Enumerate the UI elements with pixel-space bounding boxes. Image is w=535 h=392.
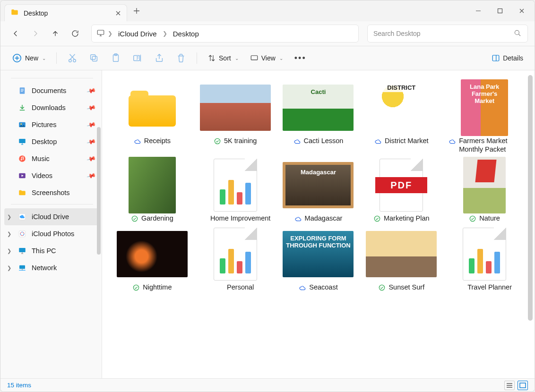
status-bar: 15 items: [0, 378, 535, 392]
titlebar: Desktop: [0, 0, 535, 21]
sidebar-item-this-pc[interactable]: ❯This PC: [4, 242, 100, 259]
file-item[interactable]: MadagascarMadagascar: [283, 159, 354, 222]
content-scrollbar[interactable]: [528, 75, 533, 321]
tab-title: Desktop: [24, 9, 48, 17]
file-item[interactable]: Travel Planner: [449, 228, 520, 291]
doc-icon: [17, 86, 27, 95]
file-item[interactable]: Nighttime: [116, 228, 188, 291]
sidebar-item-desktop[interactable]: Desktop📌: [4, 133, 100, 150]
sidebar-scrollbar[interactable]: [97, 127, 101, 255]
more-button[interactable]: •••: [290, 50, 311, 67]
file-item[interactable]: Gardening: [116, 159, 188, 222]
sidebar-item-videos[interactable]: Videos📌: [4, 167, 100, 184]
sidebar-item-pictures[interactable]: Pictures📌: [4, 116, 100, 133]
maximize-button[interactable]: [489, 0, 511, 21]
back-button[interactable]: [7, 25, 24, 42]
file-label: Nighttime: [143, 283, 172, 291]
search-input[interactable]: Search Desktop: [367, 25, 528, 43]
pc-icon: [17, 246, 27, 256]
details-button[interactable]: Details: [487, 50, 528, 67]
sidebar-item-screenshots[interactable]: Screenshots: [4, 184, 100, 201]
file-item[interactable]: Nature: [449, 159, 520, 222]
cloud-status-icon: [299, 284, 306, 291]
chevron-right-icon[interactable]: ❯: [7, 214, 11, 220]
sidebar-item-icloud-drive[interactable]: ❯iCloud Drive: [4, 208, 100, 225]
sidebar-item-label: Desktop: [32, 138, 57, 145]
svg-rect-0: [498, 9, 502, 13]
file-item[interactable]: PDFMarketing Plan: [365, 159, 437, 222]
thumbnail: EXPLORING FORM THROUGH FUNCTION: [283, 231, 354, 277]
folder-icon: [10, 8, 19, 18]
chevron-right-icon[interactable]: ❯: [7, 265, 11, 271]
pdf-icon: PDF: [380, 159, 423, 212]
breadcrumb-item[interactable]: Desktop: [170, 29, 202, 39]
svg-rect-16: [19, 139, 26, 143]
file-item[interactable]: Receipts: [116, 82, 188, 153]
file-item[interactable]: CactiCacti Lesson: [283, 82, 354, 153]
chevron-right-icon: ❯: [163, 30, 167, 37]
view-button[interactable]: View ⌄: [245, 50, 288, 67]
forward-button[interactable]: [27, 25, 44, 42]
file-item[interactable]: DISTRICTDistrict Market: [365, 82, 437, 153]
synced-status-icon: [131, 215, 138, 222]
svg-rect-13: [20, 87, 25, 94]
file-item[interactable]: EXPLORING FORM THROUGH FUNCTIONSeacoast: [283, 228, 354, 291]
synced-status-icon: [469, 215, 476, 222]
chevron-right-icon[interactable]: ❯: [7, 231, 11, 237]
breadcrumb-item[interactable]: iCloud Drive: [115, 29, 160, 39]
tab-desktop[interactable]: Desktop: [4, 4, 127, 21]
content-area[interactable]: Receipts5K trainingCactiCacti LessonDIST…: [102, 70, 535, 378]
chevron-right-icon[interactable]: ❯: [7, 248, 11, 254]
close-window-button[interactable]: [511, 0, 533, 21]
delete-button[interactable]: [171, 50, 191, 67]
divider: [11, 78, 93, 78]
file-item[interactable]: Sunset Surf: [365, 228, 437, 291]
thumbnail: [366, 231, 437, 277]
file-item[interactable]: 5K training: [199, 82, 271, 153]
share-button[interactable]: [149, 50, 169, 67]
svg-point-32: [380, 285, 385, 290]
paste-button[interactable]: [106, 50, 126, 67]
details-view-button[interactable]: [504, 381, 515, 390]
sidebar-item-documents[interactable]: Documents📌: [4, 82, 100, 99]
file-item[interactable]: Home Improvement: [199, 159, 271, 222]
refresh-button[interactable]: [67, 25, 84, 42]
sidebar-item-icloud-photos[interactable]: ❯iCloud Photos: [4, 225, 100, 242]
large-icons-view-button[interactable]: [518, 381, 528, 390]
file-label: Travel Planner: [467, 283, 512, 291]
svg-point-29: [374, 216, 380, 222]
desktop-icon: [17, 137, 27, 146]
body: Documents📌Downloads📌Pictures📌Desktop📌Mus…: [0, 70, 535, 378]
folder-icon: [129, 89, 176, 127]
new-button[interactable]: New ⌄: [7, 50, 51, 67]
sidebar-item-downloads[interactable]: Downloads📌: [4, 99, 100, 116]
music-icon: [17, 154, 27, 163]
file-label: Seacoast: [309, 283, 337, 291]
cut-button[interactable]: [62, 50, 82, 67]
up-button[interactable]: [47, 25, 64, 42]
file-item[interactable]: Lana Park Farmer's MarketFarmers Market …: [449, 82, 520, 153]
no-status: [216, 284, 224, 291]
chevron-down-icon: ⌄: [279, 56, 283, 61]
sidebar-item-network[interactable]: ❯Network: [4, 259, 100, 276]
minimize-button[interactable]: [467, 0, 489, 21]
cloud-status-icon: [293, 137, 301, 145]
copy-button[interactable]: [84, 50, 104, 67]
icloud-photos-icon: [17, 229, 27, 239]
rename-button[interactable]: [128, 50, 147, 67]
network-icon: [17, 263, 27, 273]
sidebar-item-label: Downloads: [32, 104, 66, 111]
chart-file-icon: [214, 228, 257, 281]
breadcrumb[interactable]: ❯ iCloud Drive ❯ Desktop: [91, 25, 359, 43]
tab-close-button[interactable]: [114, 9, 122, 17]
sidebar-item-music[interactable]: Music📌: [4, 150, 100, 167]
new-tab-button[interactable]: [127, 1, 146, 20]
chevron-down-icon: ⌄: [235, 56, 239, 61]
file-item[interactable]: Personal: [199, 228, 271, 291]
new-label: New: [25, 54, 38, 62]
sort-button[interactable]: Sort ⌄: [203, 50, 243, 67]
folder-icon: [17, 188, 27, 197]
thumbnail: Madagascar: [283, 162, 354, 208]
file-label: 5K training: [224, 136, 257, 145]
chevron-down-icon: ⌄: [42, 56, 46, 61]
